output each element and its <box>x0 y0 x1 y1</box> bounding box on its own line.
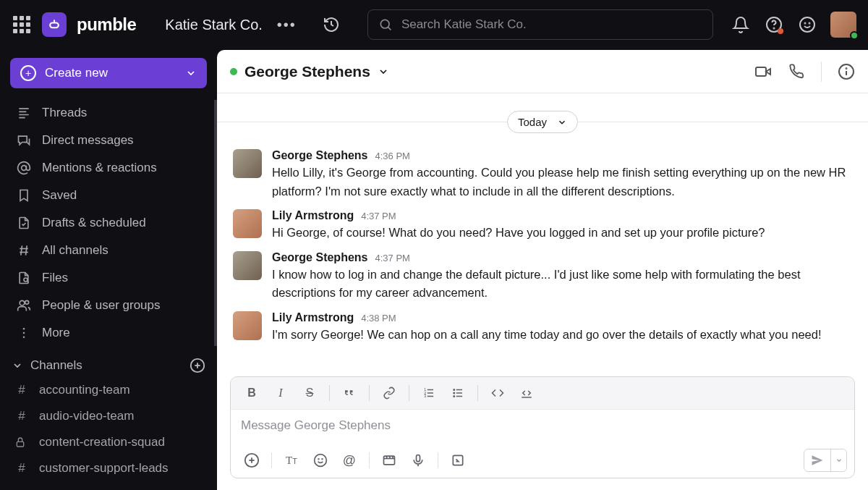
message-avatar[interactable] <box>233 251 262 280</box>
nav-item-drafts-scheduled[interactable]: Drafts & scheduled <box>10 210 207 236</box>
video-clip-button[interactable] <box>377 449 401 471</box>
message-author[interactable]: George Stephens <box>272 251 367 264</box>
message-time: 4:37 PM <box>361 211 396 221</box>
nav-item-people-user-groups[interactable]: People & user groups <box>10 292 207 318</box>
svg-point-28 <box>846 68 847 69</box>
svg-line-2 <box>388 27 391 30</box>
audio-clip-button[interactable] <box>406 449 430 471</box>
send-options-button[interactable] <box>830 449 846 471</box>
nav-label: Files <box>42 271 68 285</box>
channels-label: Channels <box>30 358 82 373</box>
message-text: Hello Lilly, it's George from accounting… <box>272 164 852 200</box>
nav-item-direct-messages[interactable]: Direct messages <box>10 127 207 153</box>
dm-header-user[interactable]: George Stephens <box>230 63 389 80</box>
svg-point-18 <box>23 332 25 334</box>
info-icon[interactable] <box>838 63 855 80</box>
date-divider-pill[interactable]: Today <box>507 111 578 133</box>
nav-icon <box>16 326 32 340</box>
message-time: 4:38 PM <box>361 313 396 324</box>
svg-point-4 <box>774 28 775 29</box>
nav-item-threads[interactable]: Threads <box>10 100 207 126</box>
channel-content-creation-squad[interactable]: content-creation-squad <box>9 430 208 455</box>
nav-icon <box>16 243 32 258</box>
nav-item-all-channels[interactable]: All channels <box>10 237 207 263</box>
presence-indicator <box>850 31 859 40</box>
message-avatar[interactable] <box>233 209 262 238</box>
nav-label: All channels <box>42 243 109 258</box>
strike-button[interactable]: S <box>297 383 322 403</box>
svg-rect-0 <box>50 23 59 28</box>
message-time: 4:36 PM <box>375 151 409 161</box>
svg-point-8 <box>22 166 27 171</box>
nav-item-mentions-reactions[interactable]: Mentions & reactions <box>10 155 207 181</box>
ordered-list-button[interactable]: 123 <box>417 383 441 403</box>
create-new-button[interactable]: + Create new <box>10 58 207 88</box>
app-switcher-icon[interactable] <box>12 14 32 35</box>
mention-button[interactable]: @ <box>337 449 362 471</box>
workspace-name[interactable]: Katie Stark Co. <box>165 17 263 33</box>
search-field[interactable] <box>401 17 702 32</box>
status-dot <box>230 68 237 75</box>
format-toggle-button[interactable]: TT <box>279 449 304 471</box>
compose-input[interactable] <box>241 418 844 433</box>
quote-button[interactable] <box>337 383 362 403</box>
code-button[interactable] <box>485 383 510 403</box>
emoji-icon[interactable] <box>797 14 817 35</box>
search-input[interactable] <box>367 9 713 40</box>
code-block-button[interactable] <box>514 383 539 403</box>
history-icon[interactable] <box>321 14 341 35</box>
svg-point-46 <box>318 459 319 460</box>
nav-item-saved[interactable]: Saved <box>10 182 207 208</box>
svg-point-38 <box>454 389 455 391</box>
svg-rect-23 <box>17 442 23 447</box>
message-author[interactable]: Lily Armstrong <box>272 311 354 324</box>
message: George Stephens4:37 PMI know how to log … <box>217 247 868 307</box>
channel-customer-support-leads[interactable]: #customer-support-leads <box>9 456 208 481</box>
send-button[interactable] <box>804 449 830 471</box>
workspace-menu-icon[interactable]: ••• <box>277 17 297 33</box>
message-text: I know how to log in and change the defa… <box>272 266 852 303</box>
help-badge-dot <box>778 28 783 34</box>
svg-text:3: 3 <box>424 394 426 398</box>
message-avatar[interactable] <box>233 149 262 178</box>
notifications-icon[interactable] <box>731 14 751 35</box>
channel-name: accounting-team <box>39 383 130 397</box>
dm-user-name: George Stephens <box>244 63 370 80</box>
channel-accounting-team[interactable]: #accounting-team <box>9 378 208 402</box>
create-new-label: Create new <box>45 66 108 80</box>
message-author[interactable]: Lily Armstrong <box>272 209 354 222</box>
svg-point-39 <box>454 392 455 394</box>
channels-section-header[interactable]: Channels <box>0 346 217 378</box>
message: George Stephens4:36 PMHello Lilly, it's … <box>217 145 868 205</box>
video-call-icon[interactable] <box>754 63 772 80</box>
help-icon[interactable] <box>764 14 784 35</box>
message-avatar[interactable] <box>233 311 262 340</box>
message-time: 4:37 PM <box>375 253 409 263</box>
nav-item-more[interactable]: More <box>10 320 207 346</box>
bold-button[interactable]: B <box>239 383 264 403</box>
message-author[interactable]: George Stephens <box>272 149 367 162</box>
svg-line-12 <box>26 245 27 255</box>
nav-label: Drafts & scheduled <box>42 216 146 230</box>
link-button[interactable] <box>377 383 401 403</box>
channel-audio-video-team[interactable]: #audio-video-team <box>9 404 208 428</box>
italic-button[interactable]: I <box>268 383 293 403</box>
phone-call-icon[interactable] <box>788 63 805 80</box>
chevron-down-icon <box>557 117 567 127</box>
hash-icon: # <box>14 409 29 423</box>
svg-line-14 <box>27 282 29 283</box>
user-avatar[interactable] <box>830 12 856 38</box>
svg-point-40 <box>454 396 455 397</box>
add-channel-icon[interactable] <box>190 358 205 373</box>
attach-button[interactable] <box>239 449 264 471</box>
svg-point-7 <box>809 23 810 24</box>
svg-point-15 <box>20 300 25 305</box>
emoji-picker-button[interactable] <box>308 449 333 471</box>
brand-logo[interactable] <box>42 12 67 37</box>
svg-line-11 <box>21 245 22 255</box>
shortcuts-button[interactable] <box>446 449 470 471</box>
message-text: Hi George, of course! What do you need? … <box>272 224 852 242</box>
bullet-list-button[interactable] <box>446 383 470 403</box>
nav-item-files[interactable]: Files <box>10 265 207 291</box>
svg-point-19 <box>23 337 25 339</box>
